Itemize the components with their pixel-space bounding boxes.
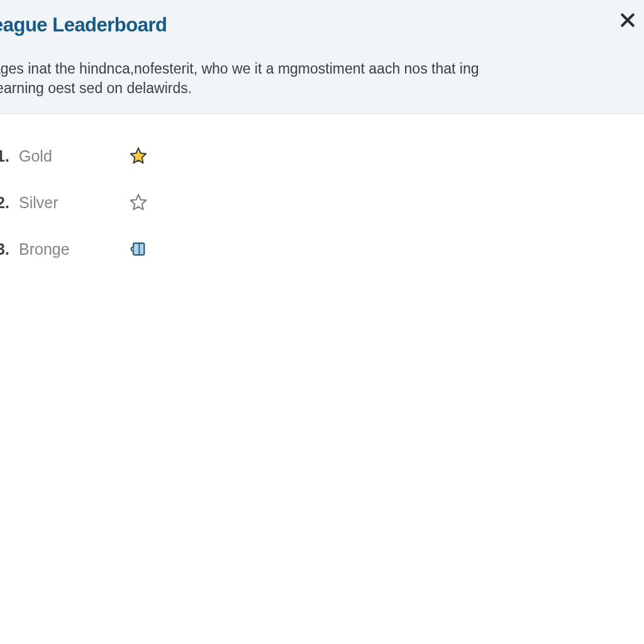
rank-number: 3. xyxy=(0,240,15,258)
close-icon xyxy=(618,11,637,30)
list-item: 1. Gold xyxy=(0,133,644,179)
star-filled-icon xyxy=(127,145,150,167)
star-outline-icon xyxy=(127,191,150,214)
leaderboard-list: 1. Gold 2. Silver 3. Bronge xyxy=(0,114,644,272)
ticket-icon xyxy=(127,238,150,260)
page-title: eague Leaderboard xyxy=(0,14,644,36)
rank-number: 2. xyxy=(0,194,15,212)
tier-label: Gold xyxy=(19,147,119,165)
tier-label: Bronge xyxy=(19,240,119,258)
header: eague Leaderboard ages inat the hindnca,… xyxy=(0,0,644,114)
list-item: 3. Bronge xyxy=(0,226,644,272)
page-subtitle: ages inat the hindnca,nofesterit, who we… xyxy=(0,59,496,98)
rank-number: 1. xyxy=(0,147,15,165)
tier-label: Silver xyxy=(19,194,119,212)
list-item: 2. Silver xyxy=(0,179,644,226)
close-button[interactable] xyxy=(616,9,639,31)
